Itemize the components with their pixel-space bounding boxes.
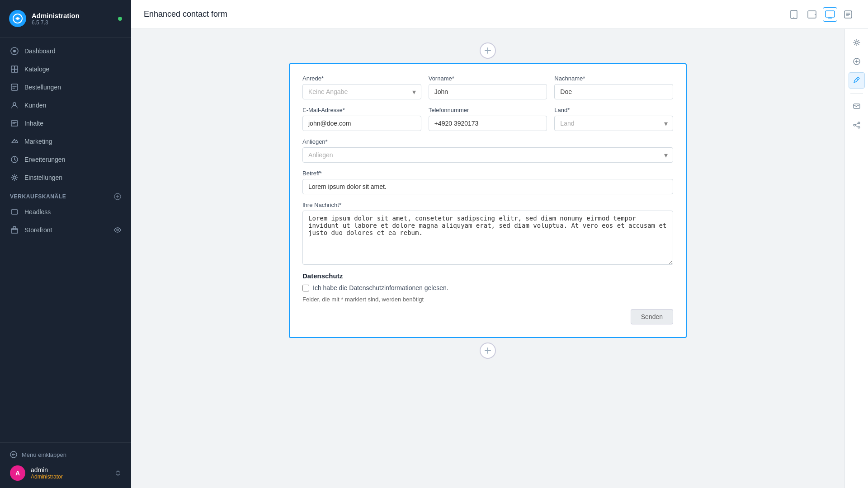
datenschutz-title: Datenschutz	[302, 272, 673, 280]
device-list-button[interactable]	[841, 7, 855, 22]
add-sales-channel-icon[interactable]	[114, 193, 121, 200]
land-select[interactable]: Land Deutschland	[554, 116, 673, 131]
sidebar-item-bestellungen[interactable]: Bestellungen	[0, 78, 131, 96]
app-version: 6.5.7.3	[32, 19, 113, 26]
tool-add-button[interactable]	[849, 53, 865, 70]
anrede-select[interactable]: Keine Angabe Herr Frau	[302, 84, 421, 99]
contact-form-block: Anrede* Keine Angabe Herr Frau Vorname*	[289, 63, 687, 338]
app-title-block: Administration 6.5.7.3	[32, 12, 113, 26]
svg-point-28	[854, 124, 855, 126]
sidebar-item-headless[interactable]: Headless	[0, 203, 131, 221]
nachname-label: Nachname*	[554, 75, 673, 82]
right-tools-panel	[844, 29, 868, 488]
svg-point-20	[815, 14, 816, 15]
nachricht-label: Ihre Nachricht*	[302, 202, 673, 208]
land-group: Land* Land Deutschland	[554, 107, 673, 131]
svg-point-27	[858, 127, 860, 128]
svg-point-26	[858, 122, 860, 124]
tool-share-button[interactable]	[849, 117, 865, 133]
sidebar-item-label: Inhalte	[24, 120, 43, 127]
betreff-input[interactable]	[302, 179, 673, 194]
add-block-top-button[interactable]	[480, 42, 496, 59]
sidebar-item-kunden[interactable]: Kunden	[0, 96, 131, 114]
device-tablet-button[interactable]	[805, 7, 819, 22]
nachname-input[interactable]	[554, 84, 673, 99]
telefon-input[interactable]	[429, 116, 547, 131]
anliegen-label: Anliegen*	[302, 138, 673, 145]
svg-rect-13	[11, 210, 18, 214]
device-desktop-button[interactable]	[823, 7, 837, 22]
customers-icon	[10, 101, 19, 110]
sidebar-item-label: Erweiterungen	[24, 156, 65, 163]
sidebar-item-storefront[interactable]: Storefront	[0, 221, 131, 239]
datenschutz-checkbox-row: Ich habe die Datenschutzinformationen ge…	[302, 284, 673, 291]
betreff-group: Betreff*	[302, 170, 673, 194]
headless-icon	[10, 207, 19, 216]
nachricht-group: Ihre Nachricht* Lorem ipsum dolor sit am…	[302, 202, 673, 265]
vorname-label: Vorname*	[429, 75, 547, 82]
device-mobile-button[interactable]	[787, 7, 801, 22]
land-select-wrap: Land Deutschland	[554, 116, 673, 131]
app-title: Administration	[32, 12, 113, 19]
sidebar-item-dashboard[interactable]: Dashboard	[0, 42, 131, 60]
sidebar-item-marketing[interactable]: Marketing	[0, 132, 131, 150]
form-row-4: Betreff*	[302, 170, 673, 194]
content-icon	[10, 119, 19, 128]
anrede-label: Anrede*	[302, 75, 421, 82]
anliegen-select[interactable]: Anliegen	[302, 147, 673, 163]
collapse-menu-button[interactable]: Menü einklappen	[10, 448, 121, 461]
svg-rect-9	[11, 121, 18, 126]
svg-rect-3	[11, 66, 14, 69]
tool-inbox-button[interactable]	[849, 98, 865, 114]
svg-point-2	[13, 50, 16, 52]
svg-rect-4	[14, 66, 18, 69]
marketing-icon	[10, 137, 19, 146]
sidebar-item-label: Bestellungen	[24, 84, 61, 91]
anrede-select-wrap: Keine Angabe Herr Frau	[302, 84, 421, 99]
sidebar-item-label: Headless	[24, 208, 51, 216]
datenschutz-section: Datenschutz Ich habe die Datenschutzinfo…	[302, 272, 673, 324]
tool-settings-button[interactable]	[849, 34, 865, 51]
svg-point-11	[13, 176, 16, 179]
canvas-area: Anrede* Keine Angabe Herr Frau Vorname*	[131, 29, 844, 488]
email-input[interactable]	[302, 116, 421, 131]
sidebar-item-einstellungen[interactable]: Einstellungen	[0, 169, 131, 187]
required-note: Felder, die mit * markiert sind, werden …	[302, 296, 673, 303]
sales-channels-section: Verkaufskanäle	[0, 187, 131, 203]
sidebar-item-label: Marketing	[24, 138, 52, 145]
svg-point-23	[855, 41, 858, 44]
tool-edit-button[interactable]	[849, 72, 865, 89]
user-expand-button[interactable]	[115, 470, 121, 476]
sidebar-item-label: Storefront	[24, 226, 52, 234]
storefront-icon	[10, 225, 19, 235]
sidebar-item-kataloge[interactable]: Kataloge	[0, 60, 131, 78]
svg-rect-21	[826, 11, 835, 17]
nachricht-textarea[interactable]: Lorem ipsum dolor sit amet, consetetur s…	[302, 211, 673, 265]
send-button[interactable]: Senden	[631, 309, 673, 324]
telefon-group: Telefonnummer	[429, 107, 547, 131]
dashboard-icon	[10, 47, 19, 56]
vorname-input[interactable]	[429, 84, 547, 99]
anliegen-select-wrap: Anliegen	[302, 147, 673, 163]
svg-point-18	[793, 17, 794, 18]
page-title: Enhanced contact form	[144, 9, 227, 19]
svg-point-8	[13, 103, 16, 105]
sidebar-item-label: Einstellungen	[24, 174, 62, 181]
form-row-3: Anliegen* Anliegen	[302, 138, 673, 163]
datenschutz-checkbox[interactable]	[302, 285, 309, 291]
svg-rect-6	[14, 69, 18, 72]
telefon-label: Telefonnummer	[429, 107, 547, 113]
betreff-label: Betreff*	[302, 170, 673, 177]
storefront-visibility-icon[interactable]	[114, 226, 121, 234]
topbar: Enhanced contact form	[131, 0, 868, 29]
email-group: E-Mail-Adresse*	[302, 107, 421, 131]
add-block-bottom-button[interactable]	[480, 343, 496, 359]
tool-divider	[850, 93, 863, 94]
sidebar-item-inhalte[interactable]: Inhalte	[0, 114, 131, 132]
form-row-1: Anrede* Keine Angabe Herr Frau Vorname*	[302, 75, 673, 99]
main-area: Enhanced contact form	[131, 0, 868, 488]
user-profile-row: A admin Administrator	[10, 461, 121, 483]
sidebar-item-erweiterungen[interactable]: Erweiterungen	[0, 150, 131, 169]
anliegen-group: Anliegen* Anliegen	[302, 138, 673, 163]
user-name: admin	[31, 466, 63, 474]
